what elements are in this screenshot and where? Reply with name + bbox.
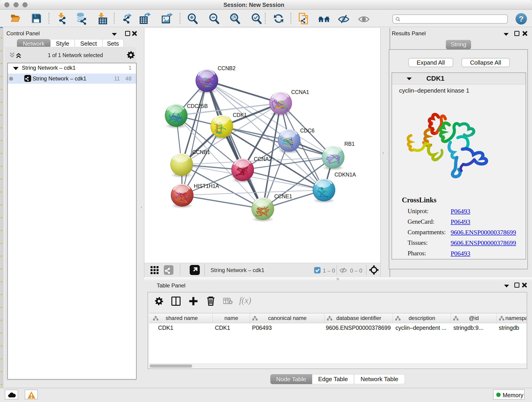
svg-text:CDC25B: CDC25B bbox=[187, 103, 208, 109]
svg-text:CDC6: CDC6 bbox=[300, 128, 315, 134]
svg-text:CCNB2: CCNB2 bbox=[218, 65, 235, 71]
svg-text:CCNE1: CCNE1 bbox=[274, 193, 292, 199]
svg-text:HIST1H1A: HIST1H1A bbox=[194, 183, 219, 189]
svg-text:CCNA2: CCNA2 bbox=[254, 156, 272, 162]
svg-text:CCNB1: CCNB1 bbox=[192, 149, 210, 155]
svg-text:CDKN1A: CDKN1A bbox=[335, 172, 356, 178]
svg-text:CCNA1: CCNA1 bbox=[291, 89, 309, 95]
svg-text:RB1: RB1 bbox=[344, 141, 355, 147]
svg-text:CDK1: CDK1 bbox=[233, 112, 247, 118]
